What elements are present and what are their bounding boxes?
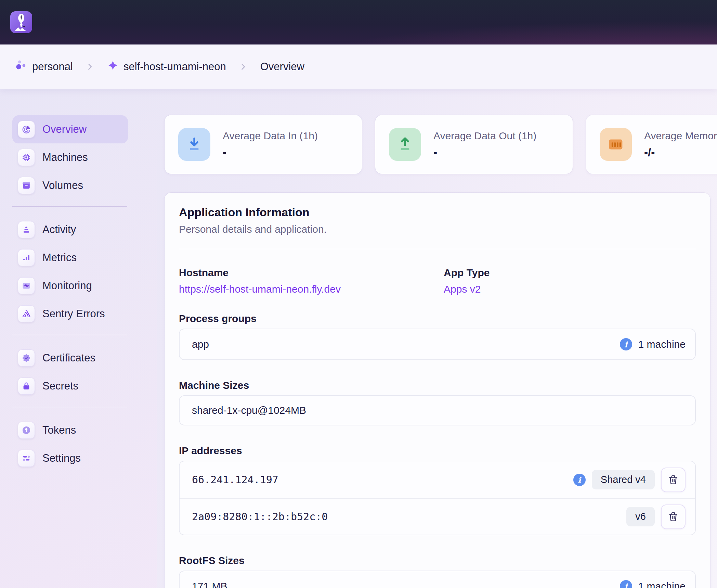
machine-count-badge: 1 machine — [638, 580, 686, 588]
sidebar-item-label: Tokens — [42, 424, 76, 436]
ip-type-chip: v6 — [626, 507, 655, 526]
ip-addresses-section: IP addresses 66.241.124.197 i Shared v4 — [179, 445, 696, 535]
sidebar-item-label: Monitoring — [42, 280, 92, 292]
sidebar: Overview Machines — [0, 89, 157, 588]
key-icon — [18, 422, 35, 439]
app-type-label: App Type — [444, 267, 696, 279]
package-box-icon — [18, 177, 35, 194]
breadcrumb-org-label: personal — [32, 61, 73, 73]
delete-ip-button[interactable] — [661, 504, 686, 529]
chevron-right-icon — [238, 62, 248, 72]
sidebar-item-metrics[interactable]: Metrics — [12, 244, 128, 272]
fly-logo-icon[interactable] — [10, 11, 32, 33]
sidebar-item-label: Settings — [42, 452, 81, 464]
chevron-right-icon — [85, 62, 95, 72]
org-dots-icon — [14, 59, 27, 75]
trash-icon — [667, 474, 679, 486]
sidebar-divider — [12, 335, 127, 335]
ip-address-row: 66.241.124.197 i Shared v4 — [180, 461, 695, 498]
sidebar-item-sentry-errors[interactable]: Sentry Errors — [12, 300, 128, 328]
process-group-row: app i 1 machine — [179, 329, 696, 360]
sidebar-item-volumes[interactable]: Volumes — [12, 171, 128, 200]
sidebar-divider — [12, 407, 127, 407]
stat-value: - — [223, 146, 318, 159]
stat-card-data-in: Average Data In (1h) - — [165, 115, 362, 174]
rootfs-size-value: 171 MB — [192, 580, 227, 588]
app-type-field: App Type Apps v2 — [444, 267, 696, 295]
stat-card-memory: Average Memory -/- — [586, 115, 717, 174]
process-group-name: app — [192, 338, 209, 350]
sidebar-item-monitoring[interactable]: Monitoring — [12, 272, 128, 300]
cpu-chip-icon — [18, 149, 35, 166]
sidebar-item-machines[interactable]: Machines — [12, 143, 128, 171]
process-groups-section: Process groups app i 1 machine — [179, 313, 696, 360]
rootfs-sizes-section: RootFS Sizes 171 MB i 1 machine — [179, 555, 696, 588]
sidebar-item-label: Activity — [42, 223, 76, 236]
machine-size-row: shared-1x-cpu@1024MB — [179, 395, 696, 425]
sidebar-item-tokens[interactable]: Tokens — [12, 416, 128, 444]
rootfs-sizes-label: RootFS Sizes — [179, 555, 696, 566]
ip-address: 2a09:8280:1::2b:b52c:0 — [192, 511, 328, 523]
sidebar-item-overview[interactable]: Overview — [12, 115, 128, 143]
download-icon — [178, 128, 210, 161]
ip-address-row: 2a09:8280:1::2b:b52c:0 v6 — [180, 498, 695, 535]
card-title: Application Information — [179, 206, 696, 219]
upload-icon — [389, 128, 421, 161]
sidebar-item-certificates[interactable]: Certificates — [12, 344, 128, 372]
bar-chart-icon — [18, 249, 35, 266]
stat-label: Average Data Out (1h) — [433, 130, 536, 142]
breadcrumb-org[interactable]: personal — [14, 59, 73, 75]
padlock-icon — [18, 378, 35, 395]
card-header: Application Information Personal details… — [179, 193, 696, 249]
stats-row: Average Data In (1h) - Average Data Out … — [165, 115, 710, 174]
ip-address-list: 66.241.124.197 i Shared v4 — [179, 461, 696, 535]
machine-size-value: shared-1x-cpu@1024MB — [192, 405, 306, 416]
activity-layers-icon — [18, 221, 35, 238]
sparkle-icon — [107, 60, 119, 74]
stat-label: Average Data In (1h) — [223, 130, 318, 142]
breadcrumb-page-label: Overview — [260, 61, 304, 73]
ip-address: 66.241.124.197 — [192, 474, 278, 486]
sidebar-item-label: Secrets — [42, 380, 78, 392]
hostname-label: Hostname — [179, 267, 444, 279]
application-information-card: Application Information Personal details… — [165, 193, 710, 588]
machine-sizes-section: Machine Sizes shared-1x-cpu@1024MB — [179, 380, 696, 425]
sliders-icon — [18, 450, 35, 467]
breadcrumb: personal self-host-umami-neon Overview — [0, 44, 717, 89]
hostname-field: Hostname https://self-host-umami-neon.fl… — [179, 267, 444, 295]
ip-type-chip: Shared v4 — [592, 470, 655, 489]
sidebar-item-label: Certificates — [42, 352, 95, 364]
card-subtitle: Personal details and application. — [179, 223, 696, 235]
hostname-apptype-row: Hostname https://self-host-umami-neon.fl… — [179, 267, 696, 295]
stat-label: Average Memory — [644, 130, 717, 142]
badge-check-icon — [18, 349, 35, 367]
machine-sizes-label: Machine Sizes — [179, 380, 696, 391]
sidebar-item-settings[interactable]: Settings — [12, 444, 128, 472]
info-icon[interactable]: i — [573, 474, 586, 486]
rootfs-size-row: 171 MB i 1 machine — [179, 571, 696, 588]
trash-icon — [667, 511, 679, 523]
breadcrumb-app[interactable]: self-host-umami-neon — [107, 60, 226, 74]
info-icon[interactable]: i — [620, 338, 632, 350]
sidebar-item-label: Volumes — [42, 179, 83, 192]
sidebar-item-activity[interactable]: Activity — [12, 216, 128, 244]
sidebar-item-label: Machines — [42, 151, 88, 164]
hostname-link[interactable]: https://self-host-umami-neon.fly.dev — [179, 283, 341, 295]
app-type-link[interactable]: Apps v2 — [444, 283, 481, 295]
stat-value: -/- — [644, 146, 717, 159]
machine-count-badge: 1 machine — [638, 338, 686, 350]
sidebar-item-secrets[interactable]: Secrets — [12, 372, 128, 400]
pulse-monitor-icon — [18, 277, 35, 294]
sidebar-item-label: Overview — [42, 123, 87, 136]
sidebar-item-label: Metrics — [42, 252, 77, 264]
process-groups-label: Process groups — [179, 313, 696, 324]
delete-ip-button[interactable] — [661, 468, 686, 492]
overview-radar-icon — [18, 121, 35, 138]
stat-card-data-out: Average Data Out (1h) - — [375, 115, 573, 174]
sidebar-item-label: Sentry Errors — [42, 308, 105, 320]
main-content: Average Data In (1h) - Average Data Out … — [157, 89, 717, 588]
stat-value: - — [433, 146, 536, 159]
sentry-icon — [18, 305, 35, 322]
info-icon[interactable]: i — [620, 580, 632, 588]
breadcrumb-page[interactable]: Overview — [260, 61, 304, 73]
